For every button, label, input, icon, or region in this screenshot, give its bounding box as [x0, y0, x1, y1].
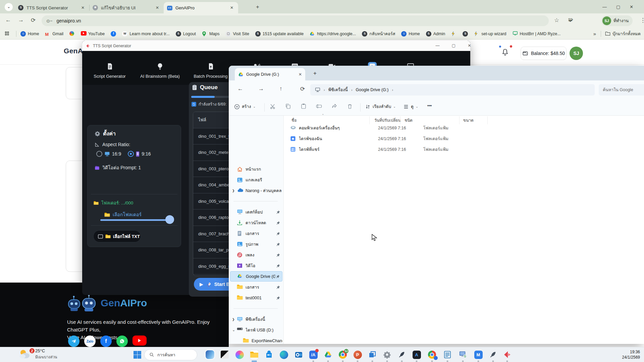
- bookmark-item[interactable]: https://drive.google...: [310, 31, 356, 37]
- sidebar-item-รูปภาพ[interactable]: รูปภาพ: [230, 239, 282, 249]
- radio-9-16[interactable]: [128, 151, 134, 157]
- breadcrumb-google-drive[interactable]: Google Drive (G:): [356, 87, 389, 92]
- ratio-9-16-label[interactable]: 9:16: [142, 151, 151, 157]
- browser-tab[interactable]: GenAIPro✕: [164, 2, 238, 13]
- bookmark-item[interactable]: set-up wizard: [474, 31, 506, 37]
- close-icon[interactable]: ✕: [630, 4, 633, 9]
- new-tab-button[interactable]: +: [254, 4, 261, 10]
- sidebar-item-exportnewchanel[interactable]: ExportNewChanel: [230, 336, 282, 346]
- taskbar-icon-google-drive[interactable]: [324, 350, 332, 359]
- taskbar-icon-settings-gear[interactable]: [383, 350, 391, 359]
- taskbar-icon-ms-store[interactable]: [265, 350, 273, 359]
- new-tab-icon[interactable]: +: [313, 70, 317, 77]
- paste-icon[interactable]: [301, 103, 307, 109]
- reload-icon[interactable]: ⟳: [31, 17, 36, 24]
- taskbar-clock[interactable]: 19:36 24/1/2569: [622, 349, 640, 360]
- bookmark-item[interactable]: SAdmin: [426, 31, 445, 37]
- bookmark-item[interactable]: [69, 31, 75, 37]
- delete-icon[interactable]: [347, 103, 353, 109]
- browser-tab[interactable]: STTS Script Generator✕: [15, 2, 89, 13]
- sidebar-item-เอกสาร[interactable]: เอกสาร: [230, 282, 282, 292]
- sidebar-item-google-drive-g-[interactable]: Google Drive (G:): [230, 271, 282, 282]
- user-avatar[interactable]: SJ: [570, 47, 583, 60]
- zalo-icon[interactable]: Zalo: [84, 336, 96, 347]
- balance-chip[interactable]: Balance: $48.50: [521, 47, 567, 60]
- cut-icon[interactable]: [270, 103, 276, 110]
- back-icon[interactable]: ←: [5, 17, 11, 23]
- share-icon[interactable]: [331, 103, 337, 109]
- bookmark-item[interactable]: HostBrr | AMD Ryze...: [513, 31, 561, 37]
- tab-search-button[interactable]: ⌄: [5, 3, 13, 11]
- taskbar-icon-edge[interactable]: [279, 350, 288, 359]
- bookmark-item[interactable]: Maps: [202, 31, 220, 37]
- extensions-icon[interactable]: 🧩︎: [568, 17, 573, 22]
- bookmark-item[interactable]: YouTube: [81, 31, 105, 37]
- taskbar-icon-copilot[interactable]: [235, 350, 244, 359]
- chevron-right-icon[interactable]: ❯: [232, 318, 237, 321]
- facebook-icon[interactable]: f: [100, 336, 112, 347]
- taskbar-icon-m-blue-app[interactable]: M: [474, 350, 483, 359]
- bookmarks-overflow-icon[interactable]: »: [593, 31, 596, 37]
- rename-icon[interactable]: [316, 103, 322, 109]
- bookmark-item[interactable]: S1515 update available: [255, 31, 304, 37]
- file-row[interactable]: คอมพิวเตอร์เครื่องอื่นๆ24/1/2569 7:16โฟล…: [287, 123, 555, 133]
- start-button[interactable]: [133, 351, 141, 359]
- sidebar-item-เพลง[interactable]: เพลง: [230, 250, 282, 260]
- refresh-icon[interactable]: ⟳: [300, 85, 305, 93]
- bookmark-item[interactable]: [5, 31, 10, 37]
- taskbar-icon-outlook[interactable]: [294, 350, 303, 359]
- bookmark-item[interactable]: [451, 31, 457, 37]
- sidebar-item-ไดรฟ์-usb-d-[interactable]: ⌄ไดรฟ์ USB (D:): [230, 325, 282, 335]
- bookmark-item[interactable]: ☺Home: [20, 31, 39, 37]
- column-name[interactable]: ชื่อ: [291, 117, 297, 123]
- taskbar-icon-feather-app[interactable]: [397, 350, 406, 359]
- bookmark-item[interactable]: Sกลับหน้าคอร์ส: [362, 31, 395, 37]
- profile-chip[interactable]: SJ ที่ทำงาน: [601, 15, 633, 26]
- forward-icon[interactable]: →: [258, 85, 264, 92]
- sidebar-item-เอกสาร[interactable]: เอกสาร: [230, 228, 282, 239]
- sidebar-item-ดาวน์โหลด[interactable]: ดาวน์โหลด: [230, 218, 282, 228]
- taskbar-search[interactable]: การค้นหา: [144, 349, 197, 360]
- close-icon[interactable]: ✕: [299, 72, 302, 77]
- taskbar-icon-ia-tool[interactable]: /A: [309, 350, 318, 359]
- choose-folder-link[interactable]: เลือกโฟลเดอร์: [113, 211, 142, 218]
- tab-close-icon[interactable]: ✕: [154, 5, 160, 11]
- tab-close-icon[interactable]: ✕: [80, 5, 86, 11]
- prompt-slider-track[interactable]: [100, 219, 169, 221]
- new-button[interactable]: สร้าง ⌄: [234, 103, 256, 110]
- back-icon[interactable]: ←: [237, 85, 243, 92]
- browser-tab[interactable]: ✳แก้ไขคำอธิบาย UI✕: [89, 2, 164, 13]
- forward-icon[interactable]: →: [18, 17, 24, 23]
- taskbar-icon-chrome-alt[interactable]: [428, 350, 436, 359]
- bookmark-item[interactable]: MGmail: [45, 31, 63, 37]
- bookmark-star-icon[interactable]: ☆: [554, 17, 559, 24]
- tab-close-icon[interactable]: ✕: [229, 5, 235, 11]
- taskbar-icon-a-dark-app[interactable]: A: [412, 350, 421, 359]
- breadcrumb-this-pc[interactable]: พีซีเครื่องนี้: [328, 86, 348, 93]
- column-type[interactable]: ชนิด: [405, 117, 413, 123]
- tts-tab-ai-brainstorm-beta-[interactable]: AI Brainstorm (Beta): [140, 62, 180, 79]
- more-options-icon[interactable]: •••: [427, 103, 432, 108]
- ratio-16-9-label[interactable]: 16:9: [112, 151, 121, 157]
- menu-kebab-icon[interactable]: ⋮: [640, 17, 644, 24]
- taskbar-icon-notepad[interactable]: [443, 350, 452, 359]
- taskbar-icon-tts-app[interactable]: [503, 350, 512, 359]
- sidebar-item-พีซีเครื่องนี้[interactable]: ❯พีซีเครื่องนี้: [230, 314, 282, 324]
- taskbar-icon-layers-app[interactable]: [368, 350, 377, 359]
- taskbar-icon-chrome-sj[interactable]: SJ: [338, 350, 347, 359]
- maximize-icon[interactable]: ▢: [451, 41, 456, 51]
- site-settings-icon[interactable]: ⊙−: [46, 18, 52, 23]
- bookmark-item[interactable]: S: [463, 31, 468, 37]
- whatsapp-icon[interactable]: [116, 336, 128, 347]
- bell-icon[interactable]: [501, 48, 509, 56]
- telegram-icon[interactable]: [68, 336, 79, 347]
- view-button[interactable]: ดู ⌄: [403, 103, 418, 110]
- file-row[interactable]: ไดรฟ์ที่แชร์24/1/2569 7:16โฟลเดอร์แฟ้ม: [287, 144, 555, 155]
- explorer-search-input[interactable]: ค้นหาใน Google: [599, 84, 644, 96]
- up-icon[interactable]: ↑: [279, 85, 282, 92]
- bookmark-item[interactable]: f: [111, 31, 116, 37]
- copy-icon[interactable]: [285, 103, 291, 109]
- close-icon[interactable]: ✕: [467, 41, 472, 51]
- sidebar-item-หน้าแรก[interactable]: หน้าแรก: [230, 164, 282, 174]
- file-row[interactable]: ไดรฟ์ของฉัน24/1/2569 7:16โฟลเดอร์แฟ้ม: [287, 134, 555, 144]
